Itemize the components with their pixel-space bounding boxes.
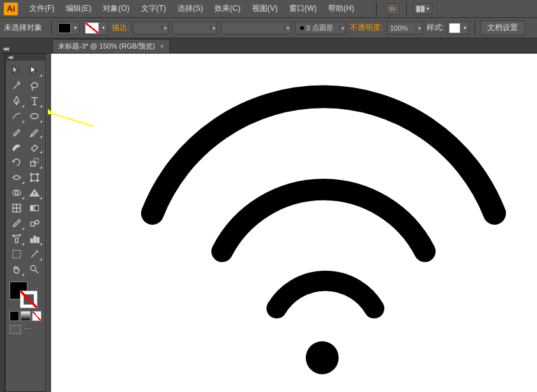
svg-point-16 [19, 234, 20, 236]
artboard-tool[interactable] [8, 247, 25, 261]
zoom-tool[interactable] [26, 262, 43, 276]
collapse-chevrons-icon: ◀◀ [3, 46, 8, 52]
color-gradient-button[interactable] [20, 311, 30, 321]
width-tool[interactable] [8, 170, 25, 185]
scale-tool[interactable] [26, 155, 43, 169]
bridge-button[interactable]: Br [386, 3, 400, 15]
opacity-label[interactable]: 不透明度: [350, 22, 382, 33]
svg-rect-2 [34, 158, 38, 163]
tools-panel-header[interactable]: ◀◀ [6, 54, 45, 61]
menu-object[interactable]: 对象(O) [98, 1, 134, 16]
menu-effect[interactable]: 效果(C) [209, 1, 246, 16]
svg-rect-3 [31, 174, 38, 181]
color-solid-button[interactable] [10, 311, 19, 321]
svg-point-21 [31, 266, 36, 271]
menu-help[interactable]: 帮助(H) [323, 1, 359, 16]
paintbrush-tool[interactable] [8, 124, 25, 139]
menu-select[interactable]: 选择(S) [172, 1, 208, 16]
svg-point-7 [37, 180, 38, 181]
point-shape-combo[interactable]: 3 点圆形 [295, 22, 346, 34]
svg-rect-1 [31, 162, 35, 166]
free-transform-tool[interactable] [26, 170, 43, 185]
direct-selection-tool[interactable] [26, 63, 43, 77]
dot-icon [300, 26, 304, 30]
svg-rect-17 [31, 239, 33, 243]
style-swatch-icon [449, 23, 460, 33]
symbol-sprayer-tool[interactable] [8, 232, 25, 246]
shape-builder-tool[interactable] [8, 186, 25, 200]
menu-view[interactable]: 视图(V) [247, 1, 283, 16]
hand-tool[interactable] [8, 262, 25, 276]
document-tab-title: 未标题-3* @ 150% (RGB/预览) [58, 41, 155, 51]
pen-tool[interactable] [8, 94, 25, 108]
menu-window[interactable]: 窗口(W) [284, 1, 322, 16]
opacity-combo[interactable]: 100% [387, 22, 423, 34]
menu-file[interactable]: 文件(F) [24, 1, 59, 16]
type-tool[interactable] [26, 94, 43, 108]
magic-wand-tool[interactable] [8, 79, 25, 93]
line-segment-tool[interactable] [8, 109, 25, 123]
chevron-down-icon [72, 23, 79, 33]
options-bar: 未选择对象 描边: 3 点圆形 不透明度: 100% 样式: 文档设置 [0, 18, 537, 38]
close-tab-button[interactable]: × [160, 43, 164, 50]
more-icon[interactable]: ⋯ [24, 325, 31, 334]
variable-width-profile-combo[interactable] [172, 22, 217, 34]
menu-edit[interactable]: 编辑(E) [61, 1, 96, 16]
menu-type[interactable]: 文字(T) [136, 1, 171, 16]
blend-tool[interactable] [26, 216, 43, 230]
svg-rect-11 [31, 206, 38, 211]
panel-collapse-handle[interactable] [0, 54, 5, 392]
svg-point-15 [13, 235, 14, 236]
wifi-artwork [51, 54, 537, 392]
blob-brush-tool[interactable] [8, 140, 25, 154]
slice-tool[interactable] [26, 247, 43, 261]
ellipse-tool[interactable] [26, 109, 43, 123]
svg-point-13 [35, 220, 39, 224]
double-chevron-icon: ◀◀ [8, 55, 11, 60]
pencil-tool[interactable] [26, 124, 43, 139]
stroke-label[interactable]: 描边: [112, 22, 129, 33]
document-setup-button[interactable]: 文档设置 [480, 20, 525, 35]
brush-definition-combo[interactable] [221, 22, 291, 34]
menu-bar: Ai 文件(F) 编辑(E) 对象(O) 文字(T) 选择(S) 效果(C) 视… [0, 0, 537, 18]
point-suffix: 点圆形 [312, 23, 333, 33]
artboard[interactable] [51, 54, 537, 392]
mesh-tool[interactable] [8, 201, 25, 215]
fill-swatch-icon [58, 23, 71, 33]
canvas-area [47, 54, 537, 392]
svg-rect-20 [13, 250, 20, 258]
perspective-grid-tool[interactable] [26, 186, 43, 200]
screen-mode-button[interactable] [10, 325, 21, 334]
svg-point-0 [31, 114, 38, 119]
document-tab-strip: 未标题-3* @ 150% (RGB/预览) × [0, 38, 537, 54]
app-logo: Ai [4, 3, 18, 15]
fill-swatch-button[interactable] [57, 22, 80, 34]
eraser-tool[interactable] [26, 140, 43, 154]
style-label: 样式: [427, 22, 444, 33]
tools-panel: ◀◀ [5, 54, 46, 392]
eyedropper-tool[interactable] [8, 216, 25, 230]
document-tab[interactable]: 未标题-3* @ 150% (RGB/预览) × [52, 39, 170, 53]
stroke-swatch-button[interactable] [84, 21, 108, 35]
point-prefix: 3 [306, 24, 310, 32]
svg-point-6 [31, 180, 32, 181]
color-none-button[interactable] [32, 311, 42, 321]
svg-rect-18 [34, 236, 36, 243]
svg-point-5 [37, 174, 38, 175]
selection-tool[interactable] [8, 63, 25, 77]
tool-grid [6, 61, 45, 279]
chevron-down-icon [462, 23, 468, 33]
arrange-documents-button[interactable] [413, 3, 432, 15]
stroke-weight-combo[interactable] [133, 22, 169, 34]
graphic-style-button[interactable] [448, 22, 469, 34]
lasso-tool[interactable] [26, 79, 43, 93]
rotate-tool[interactable] [8, 155, 25, 169]
column-graph-tool[interactable] [26, 232, 43, 246]
fill-stroke-block [6, 279, 45, 310]
default-stroke-swatch[interactable] [20, 290, 38, 308]
gradient-tool[interactable] [26, 201, 43, 215]
svg-rect-14 [15, 238, 18, 243]
color-mode-row [6, 310, 45, 322]
screen-mode-row: ⋯ [6, 322, 45, 336]
selection-status: 未选择对象 [4, 22, 42, 33]
